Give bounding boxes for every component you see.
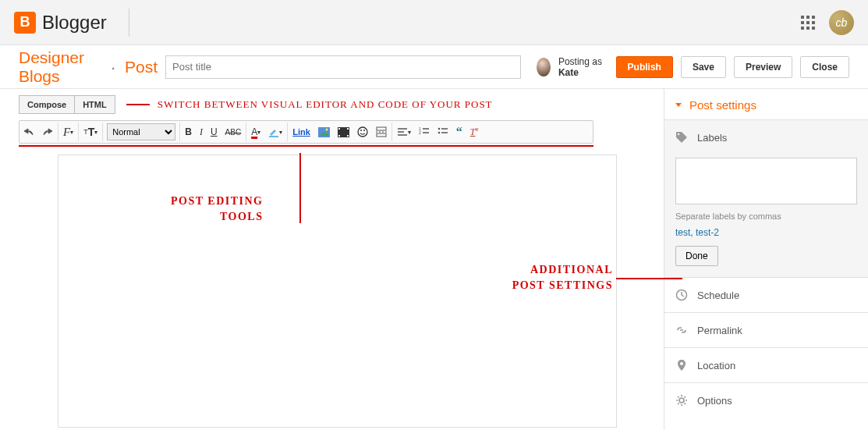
annotation-underline [19, 145, 593, 147]
annotation-tools-line [299, 153, 301, 223]
insert-jump-break-icon[interactable] [372, 121, 391, 143]
post-settings-heading[interactable]: Post settings [664, 89, 868, 119]
svg-point-9 [358, 127, 367, 137]
insert-video-icon[interactable] [334, 121, 353, 143]
svg-rect-12 [377, 127, 386, 130]
italic-icon[interactable]: I [196, 121, 207, 143]
brand-name: Blogger [42, 12, 107, 34]
svg-rect-7 [347, 128, 349, 130]
publish-button[interactable]: Publish [616, 56, 673, 78]
svg-point-10 [360, 130, 362, 131]
account-avatar[interactable]: cb [829, 10, 854, 35]
svg-text:2: 2 [419, 130, 421, 135]
svg-point-30 [680, 362, 683, 365]
annotation-tools-label: POST EDITING TOOLS [171, 194, 264, 224]
insert-link-button[interactable]: Link [289, 121, 314, 143]
labels-body: Separate labels by commas test, test-2 D… [664, 155, 868, 277]
font-size-icon[interactable]: TT▾ [80, 121, 101, 143]
annotation-switch-editor: SWITCH BETWEEN VISUAL EDITOR AND CODE OF… [158, 98, 493, 111]
svg-point-22 [438, 128, 440, 130]
options-row[interactable]: Options [664, 383, 868, 418]
highlight-color-icon[interactable]: ▾ [264, 121, 286, 143]
svg-line-37 [685, 403, 686, 405]
svg-line-36 [678, 396, 679, 398]
tab-html[interactable]: HTML [75, 96, 115, 113]
clock-icon [675, 289, 688, 301]
post-settings-panel: Post settings Labels Separate labels by … [664, 89, 868, 430]
labels-hint: Separate labels by commas [675, 211, 857, 221]
format-select[interactable]: Normal [107, 123, 175, 140]
caret-down-icon [675, 103, 682, 107]
permalink-row[interactable]: Permalink [664, 313, 868, 347]
gear-icon [675, 394, 688, 407]
save-button[interactable]: Save [681, 56, 726, 78]
svg-point-31 [679, 398, 684, 403]
blockquote-icon[interactable]: “ [452, 121, 466, 143]
posting-as-label: Posting as Kate [558, 56, 608, 78]
link-icon [675, 324, 688, 336]
annotation-settings-label: ADDITIONAL POST SETTINGS [512, 262, 613, 293]
svg-point-26 [678, 133, 679, 135]
svg-rect-8 [347, 135, 349, 137]
labels-textarea[interactable] [675, 158, 857, 204]
settings-section-labels: Labels Separate labels by commas test, t… [664, 119, 868, 277]
post-header: Designer Blogs · Post Posting as Kate Pu… [0, 45, 868, 89]
breadcrumb-section: Post [125, 58, 158, 76]
close-button[interactable]: Close [800, 56, 849, 78]
insert-image-icon[interactable] [314, 121, 334, 143]
breadcrumb-separator: · [109, 58, 117, 76]
editor-mode-tabs: Compose HTML [19, 95, 115, 114]
annotation-line [126, 104, 150, 105]
google-apps-icon[interactable] [801, 16, 815, 30]
editor-column: Compose HTML SWITCH BETWEEN VISUAL EDITO… [0, 89, 664, 430]
underline-icon[interactable]: U [207, 121, 221, 143]
annotation-settings-line [616, 278, 682, 279]
svg-point-23 [438, 132, 440, 134]
tab-compose[interactable]: Compose [19, 96, 75, 113]
labels-title: Labels [697, 132, 727, 144]
labels-suggestions[interactable]: test, test-2 [675, 227, 857, 238]
app-header: B Blogger cb [0, 0, 868, 45]
svg-rect-5 [338, 128, 340, 130]
editor-mode-row: Compose HTML SWITCH BETWEEN VISUAL EDITO… [19, 94, 664, 115]
align-icon[interactable]: ▾ [393, 121, 415, 143]
labels-row[interactable]: Labels [664, 120, 868, 155]
svg-rect-13 [377, 133, 386, 137]
bullet-list-icon[interactable] [434, 121, 452, 143]
svg-line-29 [682, 295, 684, 297]
blogger-logo-icon: B [14, 12, 36, 34]
strikethrough-icon[interactable]: ABC [221, 121, 246, 143]
editor-canvas-wrap: POST EDITING TOOLS ADDITIONAL POST SETTI… [19, 155, 664, 428]
post-title-input[interactable] [165, 55, 521, 79]
svg-line-39 [685, 396, 686, 398]
redo-icon[interactable] [38, 121, 57, 143]
tag-icon [675, 131, 688, 144]
svg-point-3 [325, 128, 328, 130]
bold-icon[interactable]: B [181, 121, 196, 143]
svg-rect-6 [338, 135, 340, 137]
location-pin-icon [675, 359, 688, 371]
undo-icon[interactable] [19, 121, 38, 143]
location-row[interactable]: Location [664, 348, 868, 382]
main-area: Compose HTML SWITCH BETWEEN VISUAL EDITO… [0, 89, 868, 430]
insert-emoji-icon[interactable] [353, 121, 372, 143]
breadcrumb-blog[interactable]: Designer Blogs [19, 48, 101, 86]
svg-point-11 [363, 130, 365, 131]
remove-formatting-icon[interactable]: Tx [466, 121, 483, 143]
numbered-list-icon[interactable]: 12 [415, 121, 434, 143]
author-avatar [537, 58, 551, 76]
preview-button[interactable]: Preview [734, 56, 792, 78]
editor-toolbar: F▾ TT▾ Normal B I U ABC A▾ ▾ Link ▾ 12 “… [19, 120, 593, 144]
text-color-icon[interactable]: A▾ [247, 121, 264, 143]
labels-done-button[interactable]: Done [675, 246, 718, 266]
svg-line-38 [678, 403, 679, 405]
schedule-row[interactable]: Schedule [664, 278, 868, 312]
font-family-icon[interactable]: F▾ [59, 121, 77, 143]
header-divider [129, 9, 129, 37]
svg-rect-0 [269, 136, 278, 137]
